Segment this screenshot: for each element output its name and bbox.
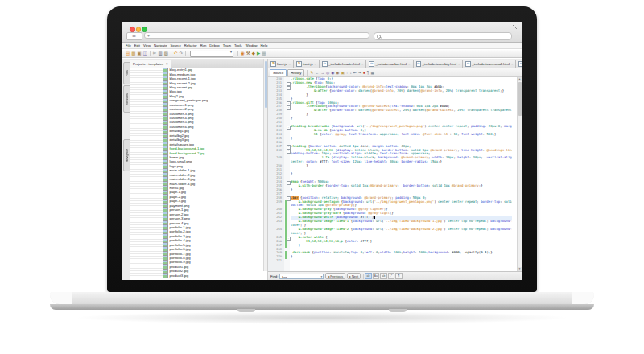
nav-buttons[interactable]: ◂▸ — [126, 32, 142, 40]
divider — [307, 70, 308, 76]
menu-item-debug[interactable]: Debug — [209, 43, 219, 47]
close-tab-icon[interactable]: × — [511, 62, 513, 66]
find-toggle-whole-words[interactable]: ab — [380, 273, 387, 280]
editor-scrollbar[interactable]: ▲ ▼ — [517, 77, 522, 271]
code-line-271[interactable]: 271 — [268, 259, 516, 263]
menu-item-view[interactable]: View — [143, 43, 151, 47]
memory-view-icon[interactable]: ▦ — [262, 50, 266, 57]
clean-build-icon[interactable]: ◆ — [252, 50, 255, 57]
previous-bookmark-icon[interactable]: ↑ — [346, 69, 348, 76]
resize-icon[interactable] — [513, 25, 517, 29]
shift-left-icon[interactable]: ⇤ — [353, 69, 357, 76]
tab-label: front.js — [303, 62, 313, 66]
tab-label: _include-navbar.html — [375, 62, 407, 66]
paste-icon[interactable]: ▧ — [164, 50, 168, 57]
menu-item-help[interactable]: Help — [261, 43, 268, 47]
start-macro-recording-icon[interactable]: ● — [363, 69, 365, 76]
project-file-tree: blog-entry1.jpgblog-medium.jpgblog-recen… — [130, 68, 264, 280]
find-toggle-match-case[interactable]: Aa — [373, 273, 380, 280]
menu-item-source[interactable]: Source — [171, 43, 181, 47]
find-toggles: abAaab.*¶ — [364, 273, 402, 280]
forward-icon[interactable]: ▸ — [134, 34, 137, 38]
close-tab-icon[interactable]: × — [458, 62, 460, 66]
code-viewport[interactable]: 230.ribbon.sale {top: 0;}231-.ribbon.new… — [268, 77, 522, 271]
menu-item-window[interactable]: Window — [246, 43, 258, 47]
new-tab-icon[interactable]: + — [147, 33, 150, 38]
dock-tab-navigator[interactable]: Navigator — [123, 139, 130, 171]
close-tab-icon[interactable]: × — [408, 62, 410, 66]
uncomment-icon[interactable]: ▦ — [370, 69, 374, 76]
divider — [185, 51, 186, 56]
menu-item-file[interactable]: File — [126, 43, 131, 47]
dock-tab-files[interactable]: Files — [123, 62, 130, 84]
shift-right-icon[interactable]: ⇥ — [358, 69, 361, 76]
editor-tab-_include-team-small.html[interactable]: <>_include-team-small.html× — [463, 60, 516, 68]
editor-tab-_include-team-big.html[interactable]: <>_include-team-big.html× — [414, 60, 464, 68]
cut-icon[interactable]: ✂ — [153, 50, 157, 57]
html-file-icon: <> — [518, 61, 522, 67]
editor-tab-front.js[interactable]: JSfront.js× — [294, 60, 320, 68]
find-toggle-highlight-results[interactable]: ab — [365, 273, 372, 280]
find-selection-icon[interactable]: ◎ — [326, 69, 329, 76]
find-toggle-regular-expression[interactable]: .* — [388, 273, 395, 280]
laptop-mockup: ◂▸ + FileEditViewNavigateSourceRefactorR… — [0, 0, 644, 354]
close-window-button[interactable] — [130, 27, 135, 32]
menu-item-run[interactable]: Run — [200, 43, 207, 47]
menu-item-tools[interactable]: Tools — [234, 43, 242, 47]
next-occurrence-icon[interactable]: ◉ — [331, 69, 334, 76]
run-project-icon[interactable]: ▶ — [257, 50, 260, 57]
run-configuration-combo[interactable] — [190, 51, 233, 57]
redo-icon[interactable]: ↷ — [179, 50, 183, 57]
menu-item-team[interactable]: Team — [223, 43, 231, 47]
menu-item-refactor[interactable]: Refactor — [184, 43, 197, 47]
minimize-window-button[interactable] — [136, 27, 142, 32]
find-value: bar — [282, 275, 287, 279]
view-button-source[interactable]: Source — [270, 69, 287, 76]
view-button-history[interactable]: History — [287, 69, 304, 76]
copy-icon[interactable]: ▥ — [158, 50, 162, 57]
tree-scrollbar[interactable] — [263, 59, 267, 271]
new-file-icon[interactable]: ▤ — [126, 50, 130, 57]
html-file-icon: <> — [465, 61, 471, 67]
close-tab-icon[interactable]: × — [361, 62, 363, 66]
editor-scrollbar-thumb[interactable] — [518, 82, 522, 116]
comment-icon[interactable]: ¶ — [367, 69, 369, 76]
zoom-window-button[interactable] — [142, 27, 147, 32]
editor-tab-index.html[interactable]: <>index.html× — [516, 60, 522, 68]
back-icon[interactable]: ← — [315, 69, 319, 76]
dock-tab-services[interactable]: Services — [123, 85, 130, 113]
forward-icon[interactable]: → — [320, 69, 324, 76]
set-configuration-icon[interactable]: ◉ — [241, 50, 245, 57]
undo-icon[interactable]: ↶ — [174, 50, 178, 57]
laptop-shadow — [72, 311, 572, 324]
find-previous-button[interactable]: ◂Previous — [325, 273, 345, 279]
tree-scrollbar-thumb[interactable] — [265, 61, 267, 108]
menu-item-navigate[interactable]: Navigate — [154, 43, 167, 47]
editor-tab-_include-header.html[interactable]: <>_include-header.html× — [320, 60, 366, 68]
new-project-icon[interactable]: ▩ — [131, 50, 135, 57]
editor-tab-_include-navbar.html[interactable]: <>_include-navbar.html× — [366, 60, 413, 68]
find-input[interactable]: bar — [279, 274, 324, 279]
find-next-icon: ▸ — [349, 274, 351, 278]
toggle-highlight-search-icon[interactable]: ▣ — [341, 69, 345, 76]
build-project-icon[interactable]: ⚒ — [246, 50, 250, 57]
find-toggle-wrap-search[interactable]: ¶ — [395, 273, 402, 280]
tab-strip[interactable]: + — [144, 32, 369, 39]
projects-tab-title: Projects - templates — [133, 62, 163, 66]
scroll-up-icon[interactable]: ▲ — [518, 77, 522, 81]
find-next-button[interactable]: ▸Next — [347, 273, 361, 279]
open-project-icon[interactable]: ▣ — [137, 50, 141, 57]
save-all-icon[interactable]: ◫ — [143, 50, 147, 57]
previous-occurrence-icon[interactable]: ◉ — [336, 69, 339, 76]
close-icon[interactable]: × — [166, 62, 168, 66]
tab-label: _include-team-big.html — [423, 62, 456, 66]
close-tab-icon[interactable]: × — [289, 62, 291, 66]
search-input[interactable] — [374, 32, 512, 40]
projects-tab[interactable]: Projects - templates × — [130, 60, 171, 68]
tree-item-product3.jpg[interactable]: product3.jpg — [130, 274, 264, 278]
editor-tab-front.js[interactable]: JSfront.js× — [268, 60, 294, 68]
menu-item-edit[interactable]: Edit — [134, 43, 140, 47]
close-tab-icon[interactable]: × — [315, 62, 316, 66]
last-edited-icon[interactable]: ✎ — [310, 69, 313, 76]
next-bookmark-icon[interactable]: ↓ — [349, 69, 351, 76]
